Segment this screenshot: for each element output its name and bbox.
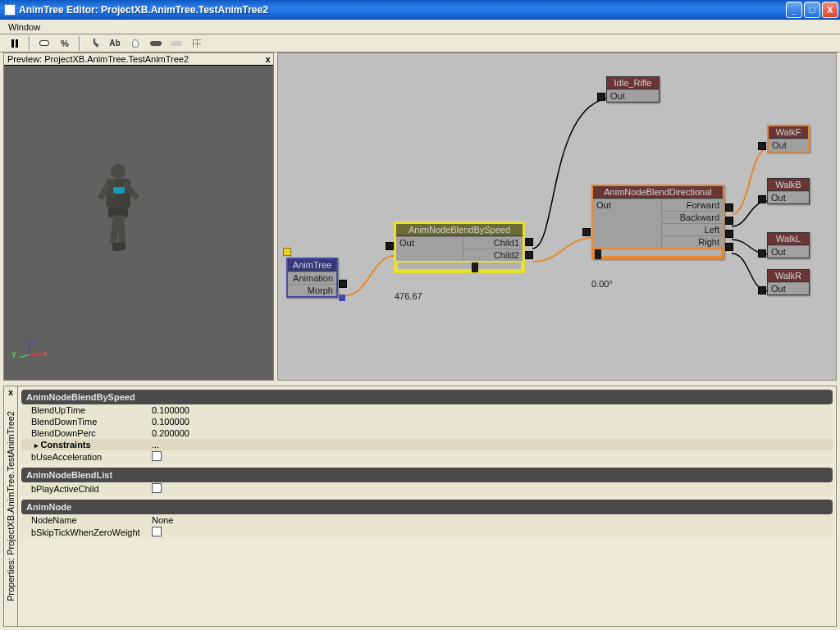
properties-sidebar-label: Properties: ProjectXB.AnimTree.TestAnimT…: [6, 411, 16, 601]
checkbox-useaccel[interactable]: [152, 451, 162, 461]
prop-row[interactable]: bUseAcceleration: [21, 450, 833, 463]
wire-layer: [278, 53, 836, 380]
port-out[interactable]: Out: [396, 236, 463, 261]
prop-row-constraints[interactable]: Constraints ...: [21, 439, 833, 450]
connector[interactable]: [597, 93, 605, 101]
connector[interactable]: [725, 243, 733, 251]
close-button[interactable]: X: [822, 2, 838, 18]
node-animtree[interactable]: AnimTree Animation Morph: [286, 258, 338, 298]
preview-close-button[interactable]: x: [262, 54, 273, 64]
connector[interactable]: [386, 242, 394, 250]
connector[interactable]: [725, 230, 733, 238]
window-titlebar: AnimTree Editor: ProjectXB.AnimTree.Test…: [0, 0, 840, 20]
prop-row[interactable]: BlendDownTime 0.100000: [21, 416, 833, 427]
connector[interactable]: [525, 238, 533, 246]
bulb-icon: [132, 39, 139, 48]
grid-icon: [193, 39, 201, 48]
properties-panel: x Properties: ProjectXB.AnimTree.TestAni…: [3, 386, 837, 627]
readout-blendbyspeed: 476.67: [395, 291, 422, 301]
node-title: WalkL: [768, 233, 809, 245]
node-title: WalkR: [768, 270, 809, 282]
port-left[interactable]: Left: [662, 223, 724, 235]
bone-button[interactable]: [148, 36, 164, 51]
node-idle-rifle[interactable]: Idle_Rifle Out: [606, 76, 660, 103]
node-title: Idle_Rifle: [607, 77, 659, 89]
port-forward[interactable]: Forward: [662, 199, 724, 211]
node-blendbyspeed[interactable]: AnimNodeBlendBySpeed Out Child1 Child2: [395, 222, 524, 272]
connector[interactable]: [758, 286, 766, 294]
preview-visible-button[interactable]: [36, 36, 52, 51]
prop-row[interactable]: BlendDownPerc 0.200000: [21, 427, 833, 439]
port-child1[interactable]: Child1: [463, 236, 523, 249]
preview-viewport[interactable]: z x y: [4, 66, 273, 380]
preview-title-bar: Preview: ProjectXB.AnimTree.TestAnimTree…: [4, 53, 273, 66]
properties-close-button[interactable]: x: [8, 387, 13, 397]
bone-icon: [171, 41, 182, 46]
port-out[interactable]: Out: [768, 282, 809, 294]
connector[interactable]: [582, 228, 591, 236]
port-out[interactable]: Out: [593, 199, 662, 248]
node-slider[interactable]: [593, 248, 723, 258]
prop-row[interactable]: bPlayActiveChild: [21, 482, 833, 495]
tools-button[interactable]: [86, 36, 103, 51]
grid-button[interactable]: [189, 36, 205, 51]
bone-light-button[interactable]: [168, 36, 185, 51]
prop-section-header[interactable]: AnimNodeBlendList: [21, 468, 833, 482]
node-title: AnimNodeBlendBySpeed: [396, 224, 523, 236]
active-indicator: [283, 248, 291, 256]
connector[interactable]: [339, 280, 347, 288]
connector[interactable]: [758, 195, 766, 203]
port-out[interactable]: Out: [607, 89, 659, 102]
port-out[interactable]: Out: [768, 245, 809, 258]
bone-dark-icon: [150, 41, 162, 46]
node-walkl[interactable]: WalkL Out: [767, 232, 810, 258]
node-walkf[interactable]: WalkF Out: [767, 125, 810, 153]
maximize-button[interactable]: □: [804, 2, 820, 18]
window-title: AnimTree Editor: ProjectXB.AnimTree.Test…: [19, 4, 268, 16]
node-slider[interactable]: [396, 261, 523, 271]
checkbox-playactive[interactable]: [152, 483, 162, 493]
axis-gizmo: z x y: [16, 340, 44, 368]
port-morph[interactable]: Morph: [288, 284, 336, 296]
preview-panel: Preview: ProjectXB.AnimTree.TestAnimTree…: [3, 52, 274, 381]
minimize-button[interactable]: _: [786, 2, 802, 18]
connector[interactable]: [758, 142, 766, 150]
menu-bar: Window: [0, 20, 840, 34]
toolbar: % Ab: [0, 34, 840, 52]
node-title: WalkF: [769, 126, 808, 139]
percent-button[interactable]: %: [57, 36, 73, 51]
port-out[interactable]: Out: [769, 139, 808, 151]
connector-morph[interactable]: [339, 294, 345, 301]
app-icon: [4, 4, 16, 16]
connector[interactable]: [525, 251, 533, 259]
prop-row[interactable]: bSkipTickWhenZeroWeight: [21, 526, 833, 539]
labels-button[interactable]: Ab: [107, 36, 123, 51]
port-backward[interactable]: Backward: [662, 211, 724, 223]
properties-content[interactable]: AnimNodeBlendBySpeed BlendUpTime 0.10000…: [18, 386, 837, 627]
prop-section-header[interactable]: AnimNode: [21, 500, 833, 514]
menu-window[interactable]: Window: [3, 22, 45, 32]
connector[interactable]: [725, 203, 733, 212]
light-button[interactable]: [127, 36, 144, 51]
port-animation[interactable]: Animation: [288, 272, 336, 284]
prop-section-header[interactable]: AnimNodeBlendBySpeed: [21, 390, 833, 404]
wrench-icon: [90, 39, 99, 48]
prop-row[interactable]: NodeName None: [21, 514, 833, 526]
eye-icon: [39, 40, 49, 46]
port-out[interactable]: Out: [768, 191, 809, 203]
preview-title: Preview: ProjectXB.AnimTree.TestAnimTree…: [7, 54, 189, 64]
checkbox-skiptick[interactable]: [152, 527, 162, 536]
connector[interactable]: [725, 217, 733, 225]
node-blenddirectional[interactable]: AnimNodeBlendDirectional Out Forward Bac…: [591, 185, 724, 259]
node-graph[interactable]: AnimTree Animation Morph AnimNodeBlendBy…: [277, 52, 837, 381]
character-mesh: [98, 164, 130, 217]
node-walkr[interactable]: WalkR Out: [767, 269, 810, 295]
node-walkb[interactable]: WalkB Out: [767, 178, 810, 204]
node-title: WalkB: [768, 179, 809, 191]
port-child2[interactable]: Child2: [463, 249, 523, 261]
connector[interactable]: [758, 249, 766, 258]
pause-button[interactable]: [7, 36, 23, 51]
port-right[interactable]: Right: [662, 235, 724, 248]
properties-sidebar: x Properties: ProjectXB.AnimTree.TestAni…: [3, 386, 18, 627]
prop-row[interactable]: BlendUpTime 0.100000: [21, 404, 833, 416]
